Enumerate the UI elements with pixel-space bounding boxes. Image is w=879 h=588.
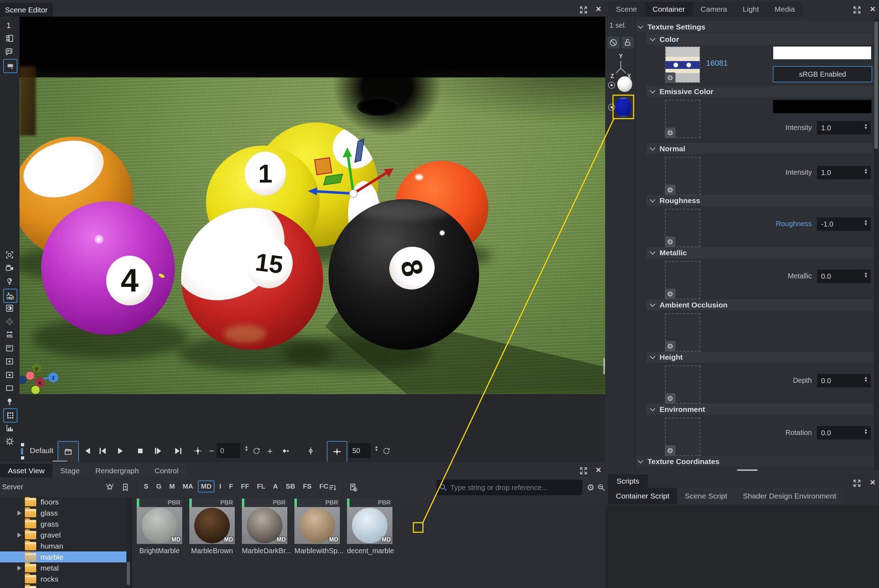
capture-icon[interactable]: [3, 249, 16, 261]
texture-slot-empty[interactable]: ⚙: [665, 365, 700, 404]
value-spinner[interactable]: ▲▼: [862, 272, 869, 278]
tree-scrollbar-thumb[interactable]: [127, 562, 130, 585]
contrast-icon[interactable]: [3, 302, 16, 315]
emissive-color-swatch[interactable]: [773, 100, 872, 113]
loop-spinner[interactable]: ▲▼: [373, 445, 380, 452]
folder-human[interactable]: human: [0, 540, 126, 551]
tab-scene-script[interactable]: Scene Script: [677, 488, 735, 504]
light-icon[interactable]: [3, 275, 16, 288]
srgb-enabled-button[interactable]: sRGB Enabled: [773, 66, 872, 82]
bookmark-assets-icon[interactable]: [119, 482, 131, 494]
frame-icon[interactable]: [3, 382, 16, 394]
texture-slot-empty[interactable]: ⚙: [665, 209, 700, 247]
no-draw-icon[interactable]: [607, 37, 620, 49]
filter-md[interactable]: MD: [198, 480, 215, 492]
tab-scene-editor[interactable]: Scene Editor: [0, 3, 52, 17]
search-settings-gear-icon[interactable]: ⚙: [585, 482, 596, 493]
viewport-layout-icon[interactable]: [3, 32, 16, 45]
section-header-texture-coordinates[interactable]: Texture Coordinates: [634, 456, 874, 467]
folder-floors[interactable]: floors: [0, 497, 126, 507]
sort-icon[interactable]: [327, 482, 339, 494]
gear-icon[interactable]: ⚙: [665, 445, 675, 456]
gear-icon[interactable]: ⚙: [665, 289, 675, 299]
tab-rendergraph[interactable]: Rendergraph: [87, 464, 147, 478]
stop-button[interactable]: [134, 446, 146, 456]
tab-asset-view[interactable]: Asset View: [0, 464, 52, 478]
section-header-emissive-color[interactable]: Emissive Color: [646, 86, 873, 97]
section-header-roughness[interactable]: Roughness: [646, 195, 873, 206]
asset-search-box[interactable]: Type string or drop reference...: [436, 480, 582, 495]
loop-frames-field[interactable]: 50: [349, 443, 371, 458]
expand-arrow-icon[interactable]: [17, 511, 21, 516]
asset-BrightMarble[interactable]: PBR MD BrightMarble: [137, 498, 182, 555]
material-radio-white[interactable]: [608, 82, 615, 89]
tab-shader-design-environment[interactable]: Shader Design Environment: [735, 488, 844, 504]
favorite-assets-icon[interactable]: [104, 482, 116, 494]
lock-open-icon[interactable]: [621, 37, 634, 49]
folder-partial[interactable]: [0, 585, 126, 588]
bulb-icon[interactable]: [3, 395, 16, 408]
keyframe-icon[interactable]: [192, 445, 204, 457]
display-mode-icon[interactable]: [3, 59, 17, 73]
texture-slot-empty[interactable]: ⚙: [665, 261, 700, 299]
current-frame-field[interactable]: 0: [217, 443, 240, 458]
filter-ff[interactable]: FF: [238, 480, 252, 492]
folder-marble[interactable]: marble: [0, 551, 126, 562]
filter-ma[interactable]: MA: [179, 480, 196, 492]
tab-container[interactable]: Container: [645, 2, 693, 17]
material-sphere-white[interactable]: [617, 76, 632, 92]
texture-slot-empty[interactable]: ⚙: [665, 313, 700, 351]
increment-frame-button[interactable]: +: [266, 445, 274, 457]
texture-settings-header[interactable]: Texture Settings: [634, 21, 874, 32]
keyframe-move-button[interactable]: [327, 441, 347, 462]
node-graph-icon[interactable]: [3, 315, 16, 328]
environment-settings-icon[interactable]: [3, 289, 17, 303]
color-swatch[interactable]: [773, 46, 872, 60]
gear-icon[interactable]: ⚙: [665, 341, 675, 351]
filter-sb[interactable]: SB: [282, 480, 298, 492]
section-header-environment[interactable]: Environment: [646, 404, 873, 415]
value-spinner[interactable]: ▲▼: [862, 428, 869, 435]
tab-control[interactable]: Control: [147, 464, 186, 478]
tab-stage[interactable]: Stage: [52, 464, 88, 478]
play-backward-button[interactable]: [82, 446, 94, 456]
section-header-normal[interactable]: Normal: [646, 143, 873, 154]
material-radio-blue[interactable]: [608, 104, 615, 111]
value-spinner[interactable]: ▲▼: [862, 376, 869, 383]
gear-icon[interactable]: ⚙: [665, 184, 675, 195]
step-forward-button[interactable]: [152, 446, 164, 456]
decrement-frame-button[interactable]: −: [207, 445, 216, 457]
folder-metal[interactable]: metal: [0, 562, 126, 573]
expand-panel-icon[interactable]: [579, 466, 588, 476]
value-spinner[interactable]: ▲▼: [862, 123, 869, 130]
folder-rocks[interactable]: rocks: [0, 573, 126, 585]
axis-navigator[interactable]: y z x: [20, 347, 112, 394]
expand-arrow-icon[interactable]: [17, 566, 21, 571]
close-panel-icon[interactable]: ×: [594, 4, 603, 14]
selection-box-icon[interactable]: [3, 408, 17, 423]
skip-end-button[interactable]: [172, 446, 184, 456]
texture-slot-empty[interactable]: ⚙: [665, 157, 700, 195]
expand-panel-icon[interactable]: [579, 5, 588, 15]
section-header-metallic[interactable]: Metallic: [646, 247, 873, 258]
viewport-3d[interactable]: 1 15 4 8: [20, 17, 605, 394]
gear-icon[interactable]: ⚙: [665, 128, 675, 138]
asset-decent-marble[interactable]: PBR MD decent_marble: [347, 498, 393, 555]
camera-icon[interactable]: [3, 262, 16, 275]
properties-scrollbar-thumb[interactable]: [874, 21, 878, 149]
expand-panel-icon[interactable]: [852, 478, 862, 488]
close-panel-icon[interactable]: ×: [594, 465, 603, 474]
filter-fl[interactable]: FL: [254, 480, 268, 492]
expand-panel-icon[interactable]: [852, 5, 862, 15]
asset-info-icon[interactable]: [347, 482, 359, 494]
value-spinner[interactable]: ▲▼: [862, 219, 869, 226]
asset-MarbleBrown[interactable]: PBR MD MarbleBrown: [189, 498, 235, 555]
vertical-splitter-handle[interactable]: [603, 358, 605, 374]
folder-glass[interactable]: glass: [0, 507, 126, 518]
texture-slot-empty[interactable]: ⚙: [665, 100, 700, 138]
horizontal-splitter-handle[interactable]: [737, 470, 758, 471]
close-panel-icon[interactable]: ×: [868, 478, 877, 487]
filter-s[interactable]: S: [141, 480, 152, 492]
properties-scrollbar[interactable]: [874, 18, 878, 471]
folder-grass[interactable]: grass: [0, 518, 126, 530]
